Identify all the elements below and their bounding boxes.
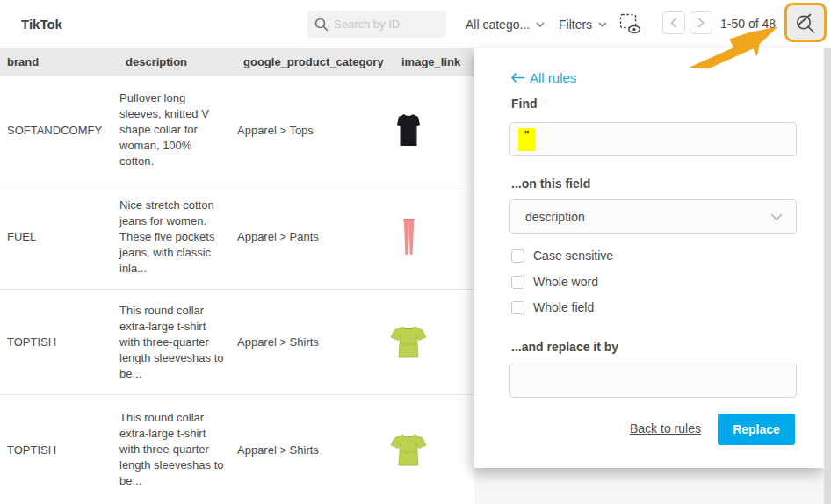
cell-brand: TOPTISH [7, 290, 114, 394]
search-box[interactable] [307, 11, 446, 38]
cell-description: Pullover long sleeves, knitted V shape c… [119, 76, 227, 184]
all-rules-back-link[interactable]: All rules [511, 70, 576, 85]
cell-image [384, 76, 433, 184]
filters-dropdown-label: Filters [559, 18, 592, 32]
pagination-count: 1-50 of 48 [720, 0, 776, 48]
category-dropdown[interactable]: All catego... [466, 0, 545, 48]
cell-brand: TOPTISH [7, 395, 114, 504]
chevron-down-icon [536, 22, 545, 27]
column-header-google-product-category[interactable]: google_product_category [243, 48, 384, 76]
cell-category: Apparel > Shirts [237, 290, 387, 394]
next-page-button[interactable] [690, 11, 712, 34]
chevron-right-icon [697, 18, 705, 28]
product-image-lime-tshirt [391, 326, 426, 358]
whole-word-checkbox[interactable]: Whole word [511, 275, 598, 289]
cell-image [384, 184, 433, 289]
find-label: Find [511, 97, 538, 111]
field-label: ...on this field [511, 176, 590, 191]
filters-dropdown[interactable]: Filters [559, 0, 607, 48]
find-replace-panel: All rules Find " ...on this field descri… [474, 48, 824, 468]
cell-brand: FUEL [7, 184, 114, 289]
page-background [474, 468, 831, 504]
cell-category: Apparel > Tops [237, 76, 387, 184]
all-rules-label: All rules [530, 70, 576, 85]
scrollbar-track[interactable] [824, 48, 831, 504]
whole-field-checkbox[interactable]: Whole field [511, 300, 594, 314]
replace-button[interactable]: Replace [718, 414, 795, 445]
product-image-lime-tshirt [391, 434, 426, 466]
checkbox-icon[interactable] [511, 301, 524, 314]
product-image-pink-jeans [402, 219, 416, 256]
search-icon [314, 18, 329, 32]
highlighted-find-value: " [518, 128, 535, 151]
magnifier-pencil-icon [794, 11, 817, 34]
whole-word-label: Whole word [533, 275, 598, 289]
checkbox-icon[interactable] [511, 249, 524, 263]
cell-category: Apparel > Pants [237, 184, 387, 289]
chevron-down-icon [598, 22, 607, 27]
chevron-down-icon [770, 213, 783, 220]
column-header-image-link[interactable]: image_link [401, 48, 460, 76]
cell-category: Apparel > Shirts [237, 395, 387, 504]
product-image-black-pullover [396, 113, 421, 147]
field-select[interactable]: description [509, 199, 797, 234]
whole-field-label: Whole field [533, 300, 594, 314]
field-select-value: description [525, 210, 770, 224]
category-dropdown-label: All catego... [466, 18, 530, 32]
replace-with-label: ...and replace it by [511, 340, 618, 354]
cell-brand: SOFTANDCOMFY [7, 76, 114, 184]
replace-input[interactable] [509, 364, 797, 398]
find-input[interactable]: " [509, 122, 797, 156]
left-arrow-icon [511, 73, 524, 83]
cell-image [384, 290, 433, 394]
cell-image [384, 395, 433, 504]
dashed-box-eye-icon [619, 13, 643, 35]
column-header-brand[interactable]: brand [7, 48, 39, 76]
cell-description: This round collar extra-large t-shirt wi… [119, 395, 227, 504]
feed-review-app: TikTok All catego... Filters 1-50 o [0, 0, 831, 504]
column-header-description[interactable]: description [126, 48, 187, 76]
back-to-rules-link[interactable]: Back to rules [630, 421, 701, 436]
checkbox-icon[interactable] [511, 276, 524, 289]
search-input[interactable] [334, 18, 430, 31]
cell-description: Nice stretch cotton jeans for women. The… [119, 184, 227, 289]
toolbar: TikTok All catego... Filters 1-50 o [0, 0, 831, 48]
case-sensitive-label: Case sensitive [533, 248, 613, 263]
find-replace-button[interactable] [784, 3, 827, 42]
case-sensitive-checkbox[interactable]: Case sensitive [511, 248, 613, 263]
preview-selection-button[interactable] [619, 13, 643, 39]
cell-description: This round collar extra-large t-shirt wi… [119, 290, 227, 394]
prev-page-button[interactable] [662, 11, 685, 34]
chevron-left-icon [670, 18, 677, 28]
page-title: TikTok [21, 0, 62, 48]
